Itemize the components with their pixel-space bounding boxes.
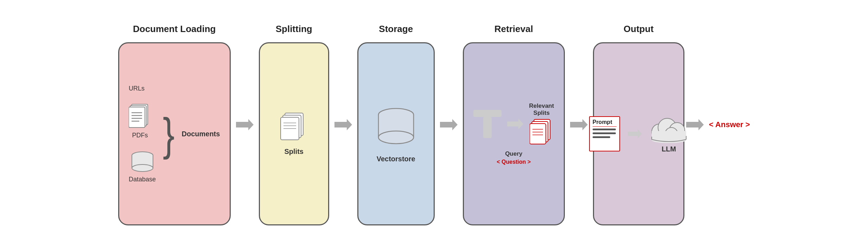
stage-output: Output Prompt bbox=[593, 24, 684, 225]
pdf-icon bbox=[129, 103, 151, 130]
urls-label: URLs bbox=[129, 85, 145, 92]
stage-doc-loading: Document Loading URLs bbox=[118, 24, 231, 225]
stage-doc-loading-title: Document Loading bbox=[133, 24, 216, 35]
brace-icon: } bbox=[163, 111, 174, 157]
prompt-line-1 bbox=[593, 129, 616, 130]
prompt-line-2 bbox=[593, 132, 616, 134]
svg-rect-26 bbox=[473, 110, 502, 117]
question-label: < Question > bbox=[497, 159, 531, 165]
stage-splitting: Splitting Splits bbox=[259, 24, 329, 225]
prompt-line-3 bbox=[593, 136, 610, 138]
svg-marker-36 bbox=[628, 129, 642, 138]
source-pdfs: PDFs bbox=[129, 103, 151, 139]
arrow-2 bbox=[333, 118, 354, 132]
prompt-box: Prompt bbox=[589, 116, 620, 151]
final-answer-area: < Answer > bbox=[684, 118, 750, 132]
svg-marker-25 bbox=[440, 119, 458, 130]
doc-loading-box: URLs bbox=[118, 42, 231, 225]
stage-retrieval-title: Retrieval bbox=[494, 24, 533, 35]
storage-box: Vectorstore bbox=[357, 42, 435, 225]
svg-marker-35 bbox=[570, 119, 588, 130]
pdfs-label: PDFs bbox=[132, 132, 148, 139]
svg-rect-2 bbox=[129, 107, 145, 127]
relevant-splits-label: RelevantSplits bbox=[529, 102, 554, 117]
database-icon bbox=[130, 150, 155, 174]
splits-label: Splits bbox=[284, 148, 303, 156]
output-inner-arrow bbox=[627, 129, 643, 139]
doc-sources: URLs bbox=[129, 85, 156, 183]
output-inner: Prompt bbox=[589, 115, 688, 153]
database-label: Database bbox=[129, 176, 156, 183]
retrieval-inner: RelevantSplits Query bbox=[471, 102, 557, 165]
stage-output-title: Output bbox=[624, 24, 653, 35]
retrieval-bottom: Query < Question > bbox=[497, 150, 531, 165]
stage-storage-title: Storage bbox=[379, 24, 413, 35]
svg-marker-45 bbox=[686, 119, 704, 130]
query-label: Query bbox=[505, 150, 522, 157]
stage-splitting-title: Splitting bbox=[276, 24, 312, 35]
documents-label: Documents bbox=[181, 130, 220, 138]
svg-marker-12 bbox=[236, 119, 254, 130]
diagram: Document Loading URLs bbox=[0, 0, 868, 249]
splits-icon bbox=[280, 112, 308, 144]
retrieval-horiz-arrow bbox=[506, 118, 524, 130]
svg-point-11 bbox=[132, 164, 153, 172]
retrieval-top: RelevantSplits bbox=[473, 102, 554, 145]
vectorstore-label: Vectorstore bbox=[377, 155, 415, 163]
llm-label: LLM bbox=[662, 145, 676, 153]
relevant-splits-area: RelevantSplits bbox=[529, 102, 554, 145]
splitting-box: Splits bbox=[259, 42, 329, 225]
svg-point-24 bbox=[378, 131, 414, 144]
llm-cloud-icon bbox=[650, 115, 688, 143]
stage-retrieval: Retrieval bbox=[463, 24, 565, 225]
prompt-title: Prompt bbox=[593, 119, 617, 127]
stage-storage: Storage Vectorstore bbox=[357, 24, 435, 225]
arrow-3 bbox=[438, 118, 459, 132]
svg-marker-19 bbox=[334, 119, 352, 130]
svg-rect-27 bbox=[483, 117, 492, 138]
output-box: Prompt bbox=[593, 42, 684, 225]
svg-point-42 bbox=[652, 137, 686, 143]
arrow-1 bbox=[234, 118, 255, 132]
svg-marker-28 bbox=[507, 119, 523, 129]
answer-label: < Answer > bbox=[709, 120, 750, 129]
vectorstore-icon bbox=[375, 105, 417, 147]
arrow-4 bbox=[568, 118, 589, 132]
lookup-icon bbox=[473, 106, 502, 142]
source-database: Database bbox=[129, 150, 156, 183]
llm-cloud-area: LLM bbox=[650, 115, 688, 153]
source-urls: URLs bbox=[129, 85, 145, 92]
svg-rect-31 bbox=[530, 124, 546, 144]
relevant-splits-icon bbox=[530, 119, 554, 145]
retrieval-box: RelevantSplits Query bbox=[463, 42, 565, 225]
splits-wrapper: Splits bbox=[280, 112, 308, 156]
